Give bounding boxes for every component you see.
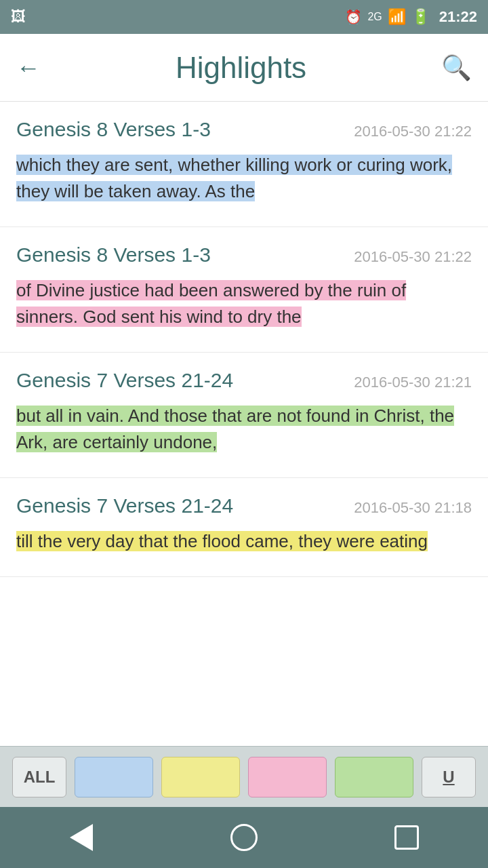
status-time: 21:22 [439, 8, 477, 26]
alarm-icon: ⏰ [345, 9, 362, 25]
highlight-meta-4: Genesis 7 Verses 21-24 2016-05-30 21:18 [16, 494, 472, 517]
filter-blue-button[interactable] [75, 757, 153, 797]
highlight-text-span-1: which they are sent, whether killing wor… [16, 155, 452, 201]
battery-icon: 🔋 [411, 8, 430, 26]
nav-bar [0, 807, 488, 868]
filter-pink-button[interactable] [248, 757, 327, 797]
search-button[interactable]: 🔍 [441, 54, 472, 82]
recent-square-icon [394, 825, 419, 850]
back-button[interactable]: ← [16, 54, 41, 82]
highlight-meta-2: Genesis 8 Verses 1-3 2016-05-30 21:22 [16, 243, 472, 267]
highlight-text-4: till the very day that the flood came, t… [16, 526, 472, 557]
signal-2g-label: 2G [367, 11, 382, 23]
highlight-date-2: 2016-05-30 21:22 [354, 248, 472, 266]
highlight-meta-3: Genesis 7 Verses 21-24 2016-05-30 21:21 [16, 369, 472, 392]
filter-underline-button[interactable]: U [422, 757, 476, 797]
filter-yellow-button[interactable] [161, 757, 240, 797]
header: ← Highlights 🔍 [0, 34, 488, 102]
highlight-reference-4: Genesis 7 Verses 21-24 [16, 494, 233, 517]
filter-bar: ALL U [0, 746, 488, 807]
home-circle-icon [230, 824, 258, 851]
highlight-reference-1: Genesis 8 Verses 1-3 [16, 118, 211, 141]
highlight-text-1: which they are sent, whether killing wor… [16, 149, 472, 208]
back-triangle-icon [70, 824, 93, 851]
status-bar: 🖼 ⏰ 2G 📶 🔋 21:22 [0, 0, 488, 34]
signal-icon: 📶 [388, 8, 406, 26]
filter-all-button[interactable]: ALL [12, 757, 66, 797]
highlight-item-2[interactable]: Genesis 8 Verses 1-3 2016-05-30 21:22 of… [0, 227, 488, 353]
highlight-item-1[interactable]: Genesis 8 Verses 1-3 2016-05-30 21:22 wh… [0, 102, 488, 227]
image-icon: 🖼 [11, 8, 26, 26]
filter-green-button[interactable] [335, 757, 413, 797]
highlights-list: Genesis 8 Verses 1-3 2016-05-30 21:22 wh… [0, 102, 488, 746]
highlight-text-2: of Divine justice had been answered by t… [16, 275, 472, 333]
highlight-item-3[interactable]: Genesis 7 Verses 21-24 2016-05-30 21:21 … [0, 353, 488, 478]
highlight-item-4[interactable]: Genesis 7 Verses 21-24 2016-05-30 21:18 … [0, 478, 488, 577]
highlight-date-4: 2016-05-30 21:18 [354, 499, 472, 517]
nav-back-button[interactable] [61, 817, 102, 858]
highlight-date-1: 2016-05-30 21:22 [354, 123, 472, 140]
highlight-text-span-4: till the very day that the flood came, t… [16, 531, 428, 551]
status-bar-right-icons: ⏰ 2G 📶 🔋 21:22 [345, 8, 477, 26]
highlight-meta-1: Genesis 8 Verses 1-3 2016-05-30 21:22 [16, 118, 472, 141]
highlight-text-3: but all in vain. And those that are not … [16, 400, 472, 458]
highlight-text-span-2: of Divine justice had been answered by t… [16, 280, 406, 327]
nav-recent-button[interactable] [386, 817, 427, 858]
highlight-date-3: 2016-05-30 21:21 [354, 374, 472, 391]
nav-home-button[interactable] [224, 817, 264, 858]
highlight-reference-2: Genesis 8 Verses 1-3 [16, 243, 211, 267]
status-bar-left-icons: 🖼 [11, 8, 26, 26]
highlight-text-span-3: but all in vain. And those that are not … [16, 406, 454, 452]
page-title: Highlights [176, 51, 306, 85]
highlight-reference-3: Genesis 7 Verses 21-24 [16, 369, 233, 392]
